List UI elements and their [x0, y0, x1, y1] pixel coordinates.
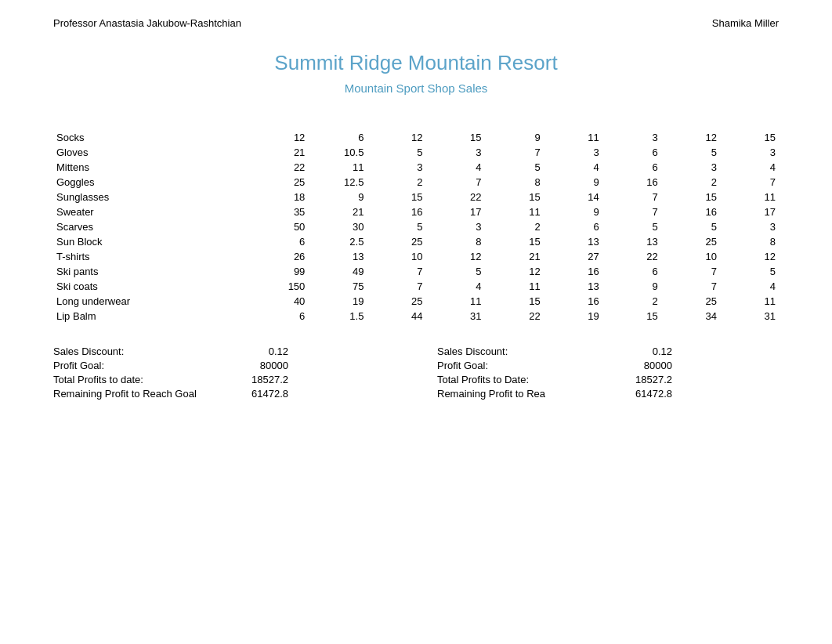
row-col-6: 3: [602, 130, 661, 145]
row-col-6: 7: [602, 204, 661, 219]
row-col-3: 7: [426, 175, 485, 190]
sales-discount-label-left: Sales Discount:: [53, 346, 226, 357]
row-label: Ski coats: [53, 279, 249, 294]
row-col-1: 21: [308, 204, 367, 219]
row-col-0: 99: [249, 264, 308, 279]
row-col-6: 6: [602, 160, 661, 175]
row-col-5: 6: [544, 219, 602, 234]
sub-title: Mountain Sport Shop Sales: [0, 81, 832, 95]
row-col-3: 8: [426, 234, 485, 249]
row-label: Sunglasses: [53, 190, 249, 204]
row-col-3: 5: [426, 264, 485, 279]
row-col-1: 49: [308, 264, 367, 279]
row-col-3: 17: [426, 204, 485, 219]
row-col-1: 12.5: [308, 175, 367, 190]
row-col-7: 25: [661, 294, 720, 309]
row-col-2: 7: [367, 264, 425, 279]
row-col-2: 15: [367, 190, 425, 204]
row-col-4: 22: [485, 309, 544, 324]
row-col-4: 21: [485, 249, 544, 264]
row-col-6: 9: [602, 279, 661, 294]
row-col-6: 6: [602, 264, 661, 279]
table-row: Goggles2512.527891627: [53, 175, 779, 190]
row-col-2: 2: [367, 175, 425, 190]
summary-section: Sales Discount: 0.12 Profit Goal: 80000 …: [53, 346, 779, 402]
row-col-5: 9: [544, 204, 602, 219]
row-col-5: 9: [544, 175, 602, 190]
row-col-1: 10.5: [308, 145, 367, 160]
row-label: Lip Balm: [53, 309, 249, 324]
row-col-2: 3: [367, 160, 425, 175]
row-col-0: 18: [249, 190, 308, 204]
total-profits-label-right: Total Profits to Date:: [437, 374, 610, 385]
row-label: Goggles: [53, 175, 249, 190]
sales-table: Socks126121591131215Gloves2110.55373653M…: [53, 130, 779, 324]
row-col-0: 50: [249, 219, 308, 234]
row-col-0: 22: [249, 160, 308, 175]
total-profits-value-right: 18527.2: [610, 374, 672, 385]
row-col-5: 4: [544, 160, 602, 175]
row-label: Mittens: [53, 160, 249, 175]
table-row: Mittens22113454634: [53, 160, 779, 175]
row-col-4: 2: [485, 219, 544, 234]
row-col-4: 5: [485, 160, 544, 175]
table-row: Ski coats15075741113974: [53, 279, 779, 294]
row-col-2: 25: [367, 234, 425, 249]
header-right: Shamika Miller: [712, 17, 779, 29]
profit-goal-label-left: Profit Goal:: [53, 360, 226, 371]
summary-right: Sales Discount: 0.12 Profit Goal: 80000 …: [437, 346, 774, 402]
row-col-5: 3: [544, 145, 602, 160]
row-col-7: 34: [661, 309, 720, 324]
table-row: Sunglasses1891522151471511: [53, 190, 779, 204]
table-row: Ski pants9949751216675: [53, 264, 779, 279]
row-col-4: 15: [485, 234, 544, 249]
row-col-1: 30: [308, 219, 367, 234]
row-col-8: 17: [720, 204, 779, 219]
sales-discount-value-right: 0.12: [610, 346, 672, 357]
table-row: Scarves50305326553: [53, 219, 779, 234]
remaining-value-left: 61472.8: [226, 388, 288, 400]
row-label: Long underwear: [53, 294, 249, 309]
table-row: Sun Block62.5258151313258: [53, 234, 779, 249]
profit-goal-value-right: 80000: [610, 360, 672, 371]
row-col-4: 15: [485, 294, 544, 309]
row-col-7: 12: [661, 130, 720, 145]
row-col-7: 25: [661, 234, 720, 249]
row-col-8: 12: [720, 249, 779, 264]
row-col-8: 8: [720, 234, 779, 249]
remaining-value-right: 61472.8: [610, 388, 672, 400]
row-col-5: 27: [544, 249, 602, 264]
total-profits-label-left: Total Profits to date:: [53, 374, 226, 385]
row-col-2: 44: [367, 309, 425, 324]
row-col-1: 2.5: [308, 234, 367, 249]
row-col-4: 9: [485, 130, 544, 145]
row-col-8: 4: [720, 279, 779, 294]
row-col-2: 16: [367, 204, 425, 219]
row-label: Sun Block: [53, 234, 249, 249]
row-col-2: 12: [367, 130, 425, 145]
row-col-8: 7: [720, 175, 779, 190]
row-col-2: 5: [367, 145, 425, 160]
row-col-1: 13: [308, 249, 367, 264]
row-col-1: 6: [308, 130, 367, 145]
row-col-6: 2: [602, 294, 661, 309]
row-col-2: 10: [367, 249, 425, 264]
row-col-1: 1.5: [308, 309, 367, 324]
row-col-3: 31: [426, 309, 485, 324]
row-col-7: 10: [661, 249, 720, 264]
row-col-4: 15: [485, 190, 544, 204]
row-col-4: 11: [485, 204, 544, 219]
row-col-6: 15: [602, 309, 661, 324]
row-col-3: 3: [426, 145, 485, 160]
row-col-0: 26: [249, 249, 308, 264]
row-col-7: 3: [661, 160, 720, 175]
sales-discount-label-right: Sales Discount:: [437, 346, 610, 357]
row-col-0: 35: [249, 204, 308, 219]
profit-goal-label-right: Profit Goal:: [437, 360, 610, 371]
row-col-4: 12: [485, 264, 544, 279]
row-col-0: 40: [249, 294, 308, 309]
row-col-5: 16: [544, 294, 602, 309]
row-label: Socks: [53, 130, 249, 145]
header-left: Professor Anastasia Jakubow-Rashtchian: [53, 17, 241, 29]
row-col-1: 11: [308, 160, 367, 175]
